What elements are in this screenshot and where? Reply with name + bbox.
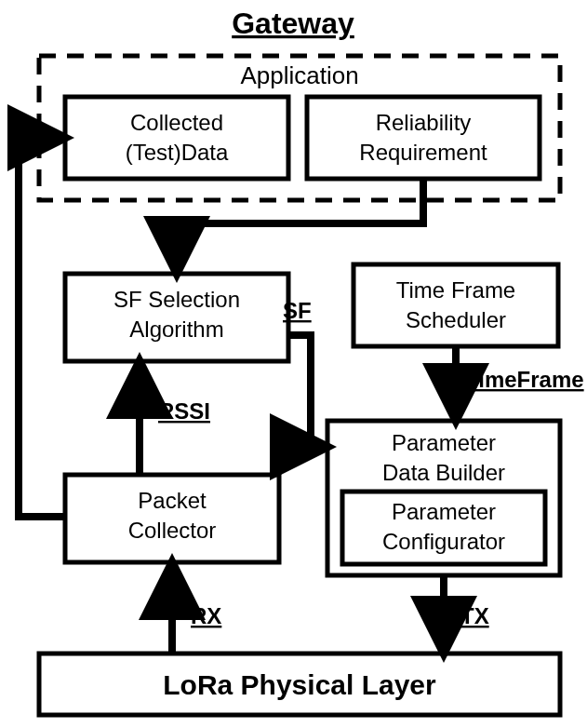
collected-data-line2: (Test)Data xyxy=(126,140,229,165)
arrow-collector-to-collected xyxy=(19,138,65,517)
diagram-title: Gateway xyxy=(232,7,354,40)
collected-data-line1: Collected xyxy=(130,110,223,135)
edge-label-rx: RX xyxy=(191,603,221,628)
packet-collector-box: Packet Collector xyxy=(65,475,279,562)
reliability-line2: Requirement xyxy=(359,140,487,165)
parameter-data-builder-box: Parameter Data Builder Parameter Configu… xyxy=(327,421,560,575)
arrow-reliability-to-sf xyxy=(177,179,423,272)
sf-selection-box: SF Selection Algorithm xyxy=(65,274,288,361)
sf-selection-line1: SF Selection xyxy=(113,287,240,312)
tfs-line1: Time Frame xyxy=(396,277,515,303)
edge-label-sf: SF xyxy=(283,298,312,323)
pc-line1: Parameter xyxy=(392,499,496,524)
phy-layer-label: LoRa Physical Layer xyxy=(163,669,436,700)
collected-data-box: Collected (Test)Data xyxy=(65,97,288,179)
application-label: Application xyxy=(240,61,358,89)
pc-line2: Configurator xyxy=(382,529,505,554)
tfs-line2: Scheduler xyxy=(406,307,506,332)
arrow-sf-to-pdb xyxy=(288,335,326,447)
edge-label-timeframe: TimeFrame xyxy=(465,367,584,392)
gateway-diagram: Gateway Application Collected (Test)Data… xyxy=(0,0,587,728)
edge-label-rssi: RSSI xyxy=(158,398,210,424)
edge-label-tx: TX xyxy=(460,603,489,628)
parameter-configurator-box: Parameter Configurator xyxy=(342,492,545,564)
sf-selection-line2: Algorithm xyxy=(129,317,223,342)
phy-layer-box: LoRa Physical Layer xyxy=(39,654,560,715)
time-frame-scheduler-box: Time Frame Scheduler xyxy=(354,264,558,346)
pdb-line2: Data Builder xyxy=(382,460,505,485)
reliability-requirement-box: Reliability Requirement xyxy=(307,97,540,179)
pdb-line1: Parameter xyxy=(392,430,496,455)
packet-collector-line1: Packet xyxy=(138,488,207,513)
packet-collector-line2: Collector xyxy=(128,518,217,543)
reliability-line1: Reliability xyxy=(376,110,472,135)
